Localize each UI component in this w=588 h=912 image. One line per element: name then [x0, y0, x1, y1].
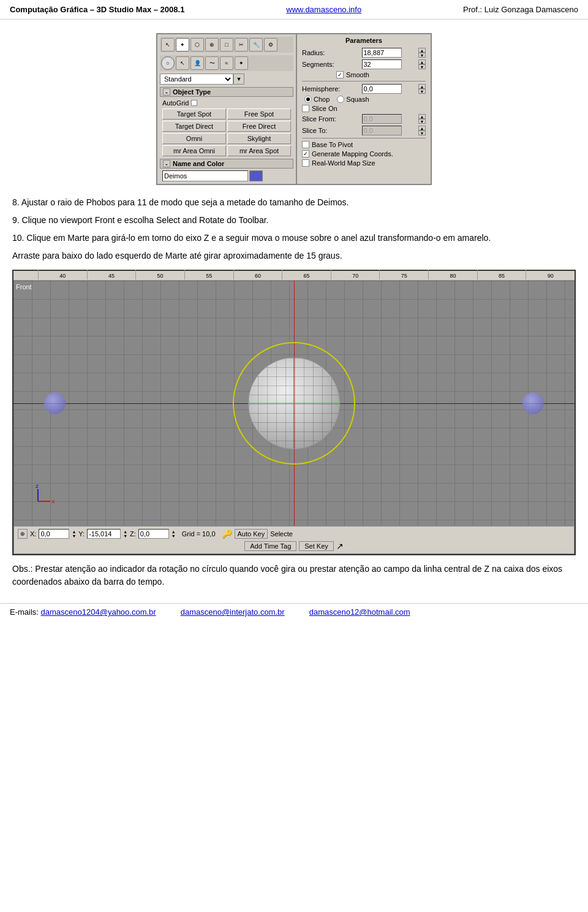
ruler-bar: 40 45 50 55 60 65 70 75 80 85 90 [13, 271, 575, 281]
chop-radio[interactable] [304, 96, 312, 103]
radius-spinner[interactable]: ▲ ▼ [418, 48, 426, 58]
hemisphere-up[interactable]: ▲ [418, 84, 426, 89]
toolbar-icon-star[interactable]: ✦ [235, 56, 248, 70]
dropdown-arrow[interactable]: ▼ [233, 74, 244, 85]
autokey-button[interactable]: Auto Key [235, 529, 268, 539]
radius-up[interactable]: ▲ [418, 48, 426, 53]
slice-to-spinner[interactable]: ▲ ▼ [418, 126, 426, 135]
segments-input[interactable] [362, 59, 402, 69]
x-field[interactable] [39, 529, 69, 539]
hemisphere-input[interactable] [362, 84, 402, 94]
btn-mr-area-omni[interactable]: mr Area Omni [162, 145, 226, 156]
hemisphere-spinner[interactable]: ▲ ▼ [418, 84, 426, 94]
header-link[interactable]: www.damasceno.info [286, 5, 361, 14]
ui-screenshot: ↖ ✦ ⬡ ⊕ □ ✂ 🔧 ⚙ ○ ↖ 👤 〜 ≈ ✦ Sta [12, 33, 576, 185]
z-down[interactable]: ▼ [172, 534, 176, 538]
toolbar-icon-sphere[interactable]: ○ [161, 56, 175, 70]
toolbar-icon-cursor[interactable]: ↖ [176, 56, 189, 70]
slice-from-spinner[interactable]: ▲ ▼ [418, 114, 426, 124]
hemisphere-down[interactable]: ▼ [418, 89, 426, 94]
toolbar-icon-space[interactable]: ⚙ [264, 38, 277, 51]
squash-radio[interactable] [337, 96, 344, 103]
step10-content: Clique em Marte para girá-lo em torno do… [26, 233, 491, 243]
btn-target-direct[interactable]: Target Direct [162, 121, 226, 132]
chop-radio-item[interactable]: Chop [304, 96, 330, 103]
smooth-label: Smooth [346, 71, 369, 78]
body-steps: 8. Ajustar o raio de Phobos para 11 de m… [12, 196, 576, 262]
gen-mapping-checkbox[interactable]: ✓ [302, 150, 309, 158]
segments-down[interactable]: ▼ [418, 64, 426, 69]
slice-from-up[interactable]: ▲ [418, 114, 426, 119]
sphere-green-line [249, 403, 339, 404]
btn-mr-area-spot[interactable]: mr Area Spot [227, 145, 291, 156]
y-up[interactable]: ▲ [123, 530, 127, 534]
slice-to-input[interactable] [362, 126, 402, 135]
segments-up[interactable]: ▲ [418, 59, 426, 64]
toolbar-icon-helper[interactable]: 🔧 [249, 38, 263, 51]
nav-icon[interactable]: ⊕ [18, 529, 28, 539]
toolbar-icon-shape[interactable]: ✂ [235, 38, 248, 51]
y-field[interactable] [87, 529, 121, 539]
btn-free-spot[interactable]: Free Spot [227, 108, 291, 120]
radius-input[interactable] [362, 48, 402, 58]
toolbar-icon-wave[interactable]: 〜 [205, 56, 219, 70]
toolbar-icon-select[interactable]: ↖ [161, 38, 175, 51]
y-spinner[interactable]: ▲ ▼ [123, 530, 127, 538]
ruler-80: 80 [428, 270, 477, 279]
smooth-checkbox[interactable]: ✓ [336, 71, 344, 78]
add-time-tag-button[interactable]: Add Time Tag [244, 541, 296, 551]
gen-mapping-row: ✓ Generate Mapping Coords. [300, 150, 428, 158]
toolbar-icon-people[interactable]: 👤 [190, 56, 204, 70]
btn-target-spot[interactable]: Target Spot [162, 108, 226, 120]
segments-spinner[interactable]: ▲ ▼ [418, 59, 426, 69]
base-pivot-label: Base To Pivot [312, 141, 353, 148]
z-spinner[interactable]: ▲ ▼ [172, 530, 176, 538]
btn-free-direct[interactable]: Free Direct [227, 121, 291, 132]
real-world-row: Real-World Map Size [300, 159, 428, 167]
step8-text: 8. Ajustar o raio de Phobos para 11 de m… [12, 196, 576, 209]
squash-radio-item[interactable]: Squash [337, 96, 369, 103]
section-minus-name[interactable]: - [163, 160, 170, 167]
section-minus-obj[interactable]: - [163, 88, 170, 96]
ruler-75: 75 [379, 270, 428, 279]
x-spinner[interactable]: ▲ ▼ [72, 530, 76, 538]
y-down[interactable]: ▼ [123, 534, 127, 538]
footer-email1[interactable]: damasceno1204@yahoo.com.br [41, 607, 156, 617]
name-color-section: - Name and Color [160, 159, 293, 181]
toolbar-icon-light[interactable]: ✦ [176, 38, 189, 51]
z-up[interactable]: ▲ [172, 530, 176, 534]
arraste-text: Arraste para baixo do lado esquerdo de M… [12, 249, 576, 262]
obs-paragraph: Obs.: Prestar atenção ao indicador da ro… [12, 563, 576, 588]
autogrid-checkbox[interactable] [191, 100, 197, 106]
toolbar-icon-target[interactable]: ⊕ [205, 38, 219, 51]
z-field[interactable] [138, 529, 169, 539]
slice-from-down[interactable]: ▼ [418, 119, 426, 124]
slice-from-label: Slice From: [302, 115, 345, 123]
viewport-label: Front [16, 283, 32, 291]
slice-from-input[interactable] [362, 114, 402, 124]
color-swatch[interactable] [249, 170, 263, 181]
btn-skylight[interactable]: Skylight [227, 133, 291, 144]
slice-to-row: Slice To: ▲ ▼ [300, 126, 428, 135]
toolbar-icon-wave2[interactable]: ≈ [220, 56, 233, 70]
real-world-label: Real-World Map Size [312, 159, 375, 167]
btn-omni[interactable]: Omni [162, 133, 226, 144]
x-up[interactable]: ▲ [72, 530, 76, 534]
slice-on-checkbox[interactable] [302, 105, 309, 112]
slice-to-down[interactable]: ▼ [418, 131, 426, 135]
toolbar-icon-geo[interactable]: □ [220, 38, 233, 51]
footer-email2[interactable]: damasceno@interjato.com.br [181, 607, 285, 617]
segments-label: Segments: [302, 61, 345, 68]
real-world-checkbox[interactable] [302, 159, 309, 167]
radius-down[interactable]: ▼ [418, 53, 426, 58]
status-bar: ⊕ X: ▲ ▼ Y: ▲ ▼ Z: ▲ ▼ Grid [18, 528, 570, 540]
toolbar-icon-camera[interactable]: ⬡ [190, 38, 204, 51]
standard-dropdown[interactable]: Standard [160, 74, 233, 85]
base-pivot-checkbox[interactable] [302, 141, 309, 148]
footer-email3[interactable]: damasceno12@hotmail.com [309, 607, 410, 617]
slice-to-up[interactable]: ▲ [418, 126, 426, 131]
set-key-button[interactable]: Set Key [299, 541, 334, 551]
name-input[interactable] [162, 170, 248, 181]
name-input-row [160, 170, 293, 181]
x-down[interactable]: ▼ [72, 534, 76, 538]
